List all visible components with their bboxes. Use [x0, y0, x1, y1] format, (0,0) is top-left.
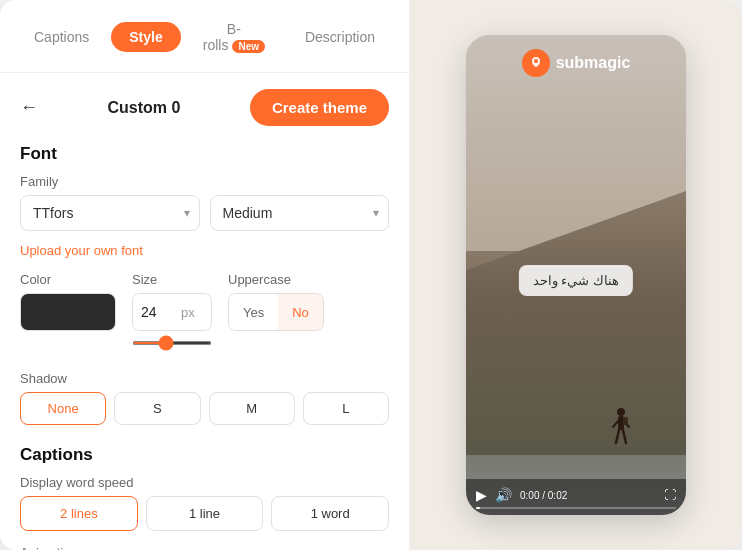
font-family-wrapper: TTforsArialRobotoInter ▾ [20, 195, 200, 231]
uppercase-label: Uppercase [228, 272, 324, 287]
video-caption: هناك شيء واحد [519, 265, 633, 296]
tab-brolls[interactable]: B-rollsNew [185, 14, 283, 60]
back-button[interactable]: ← [20, 97, 38, 118]
captions-section-title: Captions [20, 445, 389, 465]
color-label: Color [20, 272, 116, 287]
panel-title: Custom 0 [108, 99, 181, 117]
font-weight-wrapper: ThinLightRegularMediumBold ▾ [210, 195, 390, 231]
size-slider[interactable] [132, 341, 212, 345]
word-speed-label: Display word speed [20, 475, 389, 490]
caption-text: هناك شيء واحد [533, 273, 619, 288]
shadow-s-button[interactable]: S [114, 392, 200, 425]
upload-font-button[interactable]: Upload your own font [20, 243, 143, 258]
fullscreen-icon[interactable]: ⛶ [664, 488, 676, 502]
svg-line-3 [623, 430, 626, 443]
svg-rect-6 [623, 417, 628, 425]
logo-icon [522, 49, 550, 77]
slider-row [132, 331, 212, 349]
word-speed-1line-button[interactable]: 1 line [146, 496, 264, 531]
svg-point-7 [534, 59, 538, 63]
panel-content: ← Custom 0 Create theme Font Family TTfo… [0, 73, 409, 550]
tab-description[interactable]: Description [287, 22, 393, 52]
app-container: Captions Style B-rollsNew Description ← … [0, 0, 742, 550]
word-speed-row: 2 lines 1 line 1 word [20, 496, 389, 531]
uppercase-no-button[interactable]: No [278, 294, 323, 330]
tab-style[interactable]: Style [111, 22, 180, 52]
font-section-title: Font [20, 144, 389, 164]
svg-point-0 [617, 408, 625, 416]
uppercase-group: Uppercase Yes No [228, 272, 324, 331]
volume-icon[interactable]: 🔊 [495, 487, 512, 503]
tabs-bar: Captions Style B-rollsNew Description [0, 0, 409, 73]
svg-line-2 [616, 430, 619, 443]
uppercase-toggle: Yes No [228, 293, 324, 331]
time-display: 0:00 / 0:02 [520, 490, 656, 501]
shadow-label: Shadow [20, 371, 389, 386]
video-phone: submagic هناك شيء واحد ▶ 🔊 0:00 / 0:02 ⛶ [466, 35, 686, 515]
header-row: ← Custom 0 Create theme [20, 89, 389, 126]
color-swatch[interactable] [20, 293, 116, 331]
progress-fill [476, 507, 480, 509]
animation-label: Animation [20, 545, 389, 550]
controls-row: ▶ 🔊 0:00 / 0:02 ⛶ [476, 487, 676, 503]
person-silhouette [611, 407, 631, 447]
left-panel: Captions Style B-rollsNew Description ← … [0, 0, 410, 550]
font-selects-row: TTforsArialRobotoInter ▾ ThinLightRegula… [20, 195, 389, 231]
size-label: Size [132, 272, 212, 287]
shadow-row: None S M L [20, 392, 389, 425]
shadow-m-button[interactable]: M [209, 392, 295, 425]
size-input[interactable] [133, 294, 181, 330]
word-speed-1word-button[interactable]: 1 word [271, 496, 389, 531]
tab-captions[interactable]: Captions [16, 22, 107, 52]
create-theme-button[interactable]: Create theme [250, 89, 389, 126]
shadow-none-button[interactable]: None [20, 392, 106, 425]
size-group: Size px [132, 272, 212, 365]
font-weight-select[interactable]: ThinLightRegularMediumBold [210, 195, 390, 231]
uppercase-yes-button[interactable]: Yes [229, 294, 278, 330]
logo-text: submagic [556, 54, 631, 72]
font-options-row: Color Size px Uppercase Yes [20, 272, 389, 365]
video-logo: submagic [466, 49, 686, 77]
color-group: Color [20, 272, 116, 331]
shadow-l-button[interactable]: L [303, 392, 389, 425]
play-icon[interactable]: ▶ [476, 487, 487, 503]
family-label: Family [20, 174, 389, 189]
word-speed-2lines-button[interactable]: 2 lines [20, 496, 138, 531]
right-panel: submagic هناك شيء واحد ▶ 🔊 0:00 / 0:02 ⛶ [410, 0, 742, 550]
progress-bar[interactable] [476, 507, 676, 509]
video-controls: ▶ 🔊 0:00 / 0:02 ⛶ [466, 479, 686, 515]
font-family-select[interactable]: TTforsArialRobotoInter [20, 195, 200, 231]
size-input-row: px [132, 293, 212, 331]
svg-line-4 [613, 421, 618, 427]
size-unit-label: px [181, 305, 203, 320]
